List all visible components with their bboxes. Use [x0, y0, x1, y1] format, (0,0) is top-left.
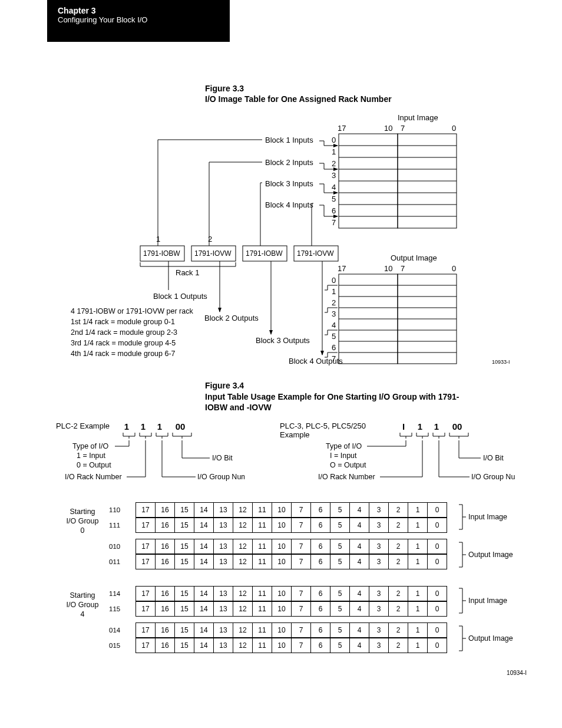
bit-cell: 16 — [156, 586, 175, 601]
bit-row: 171615141312111076543210 — [135, 601, 447, 617]
bit-cell: 7 — [292, 622, 311, 637]
bit-cell: 15 — [175, 518, 194, 532]
bit-cell: 7 — [292, 539, 311, 554]
chapter-header: Chapter 3 Configuring Your Block I/O — [47, 0, 230, 42]
bit-cell: 1 — [408, 622, 428, 637]
figure-3-3-diagram: Input Image 17 10 7 0 0 1 2 3 4 5 6 7 Bl… — [47, 113, 562, 368]
svg-text:Block 2 Outputs: Block 2 Outputs — [204, 314, 259, 322]
bit-cell: 3 — [369, 622, 389, 637]
bit-cell: 6 — [311, 638, 330, 653]
bit-cell: 17 — [136, 622, 156, 637]
bit-cell: 13 — [214, 586, 233, 601]
bit-cell: 6 — [311, 601, 330, 616]
bit-cell: 13 — [214, 554, 233, 569]
bit-cell: 15 — [175, 502, 194, 517]
svg-text:O = Output: O = Output — [330, 461, 366, 469]
bit-cell: 0 — [428, 638, 447, 653]
bit-cell: 4 — [350, 601, 369, 616]
bit-cell: 16 — [156, 502, 175, 517]
bit-cell: 5 — [330, 638, 350, 653]
bit-cell: 17 — [136, 601, 156, 616]
svg-text:4: 4 — [332, 321, 336, 330]
svg-text:17: 17 — [338, 264, 346, 273]
bit-cell: 12 — [233, 502, 253, 517]
bit-cell: 16 — [156, 539, 175, 554]
bit-cell: 15 — [175, 539, 194, 554]
bit-cell: 4 — [350, 622, 369, 637]
svg-text:3rd 1/4 rack = module group 4-: 3rd 1/4 rack = module group 4-5 — [71, 339, 176, 347]
svg-text:1: 1 — [332, 287, 336, 296]
bit-cell: 12 — [233, 518, 253, 532]
row-address: 015 — [109, 642, 135, 649]
figure-3-3-number: Figure 3.3 — [205, 83, 562, 94]
bit-cell: 4 — [350, 539, 369, 554]
bit-cell: 5 — [330, 502, 350, 517]
svg-text:0: 0 — [332, 276, 336, 285]
bit-row: 171615141312111076543210 — [135, 554, 447, 569]
svg-text:6: 6 — [332, 343, 336, 352]
bit-cell: 10 — [272, 601, 292, 616]
bit-cell: 3 — [369, 601, 389, 616]
bit-cell: 14 — [194, 554, 214, 569]
bit-cell: 2 — [389, 622, 408, 637]
bit-cell: 14 — [194, 638, 214, 653]
svg-text:0 = Output: 0 = Output — [77, 461, 111, 469]
svg-text:3: 3 — [332, 309, 336, 318]
figure-3-4-body: PLC-2 Example 1 1 1 00 — [56, 421, 562, 653]
bit-cell: 1 — [408, 502, 428, 517]
svg-text:1st 1/4 rack = module group 0-: 1st 1/4 rack = module group 0-1 — [71, 318, 175, 326]
bit-cell: 11 — [253, 586, 272, 601]
bit-cell: 6 — [311, 586, 330, 601]
bit-cell: 5 — [330, 586, 350, 601]
svg-text:Type of I/O: Type of I/O — [326, 442, 362, 450]
svg-text:0: 0 — [332, 136, 336, 144]
bit-cell: 10 — [272, 554, 292, 569]
bit-cell: 7 — [292, 601, 311, 616]
svg-text:1791-IOVW: 1791-IOVW — [297, 249, 334, 258]
bit-cell: 12 — [233, 554, 253, 569]
bit-cell: 16 — [156, 622, 175, 637]
module-boxes: 1791-IOBW 1791-IOVW 1791-IOBW 1791-IOVW — [140, 246, 338, 261]
bit-cell: 10 — [272, 586, 292, 601]
svg-text:2nd 1/4 rack = module group 2-: 2nd 1/4 rack = module group 2-3 — [71, 328, 177, 337]
bit-cell: 2 — [389, 586, 408, 601]
row-address: 110 — [109, 506, 135, 513]
plc2-decoder: PLC-2 Example 1 1 1 00 — [56, 421, 244, 485]
group-label: StartingI/O Group4 — [56, 586, 109, 620]
bit-cell: 13 — [214, 601, 233, 616]
row-address: 111 — [109, 522, 135, 529]
bit-cell: 5 — [330, 622, 350, 637]
svg-text:I/O Rack Number: I/O Rack Number — [318, 473, 375, 481]
figure-3-3-title-block: Figure 3.3 I/O Image Table for One Assig… — [205, 83, 562, 104]
svg-text:7: 7 — [332, 218, 336, 227]
bit-cell: 0 — [428, 539, 447, 554]
chapter-subtitle: Configuring Your Block I/O — [58, 15, 219, 24]
bit-cell: 15 — [175, 638, 194, 653]
figure-3-4-ref: 10934-I — [0, 670, 562, 676]
bit-cell: 12 — [233, 601, 253, 616]
svg-text:6: 6 — [332, 206, 336, 215]
bit-cell: 1 — [408, 554, 428, 569]
bit-cell: 5 — [330, 601, 350, 616]
bit-row: 171615141312111076543210 — [135, 539, 447, 554]
bit-cell: 2 — [389, 518, 408, 532]
bit-cell: 15 — [175, 554, 194, 569]
chapter-title: Chapter 3 — [58, 6, 219, 15]
svg-text:2: 2 — [208, 235, 212, 243]
col-17: 17 — [338, 124, 346, 133]
bit-row: 171615141312111076543210 — [135, 638, 447, 653]
bit-cell: 10 — [272, 638, 292, 653]
bit-cell: 11 — [253, 539, 272, 554]
bit-cell: 7 — [292, 638, 311, 653]
bit-cell: 1 — [408, 586, 428, 601]
bit-cell: 4 — [350, 638, 369, 653]
bit-cell: 5 — [330, 518, 350, 532]
bit-cell: 6 — [311, 539, 330, 554]
bit-cell: 10 — [272, 539, 292, 554]
bit-cell: 7 — [292, 518, 311, 532]
col-7: 7 — [401, 124, 405, 133]
bit-cell: 1 — [408, 638, 428, 653]
row-address: 014 — [109, 627, 135, 634]
svg-text:Block 1 Inputs: Block 1 Inputs — [265, 136, 313, 144]
bit-row: 171615141312111076543210 — [135, 586, 447, 601]
